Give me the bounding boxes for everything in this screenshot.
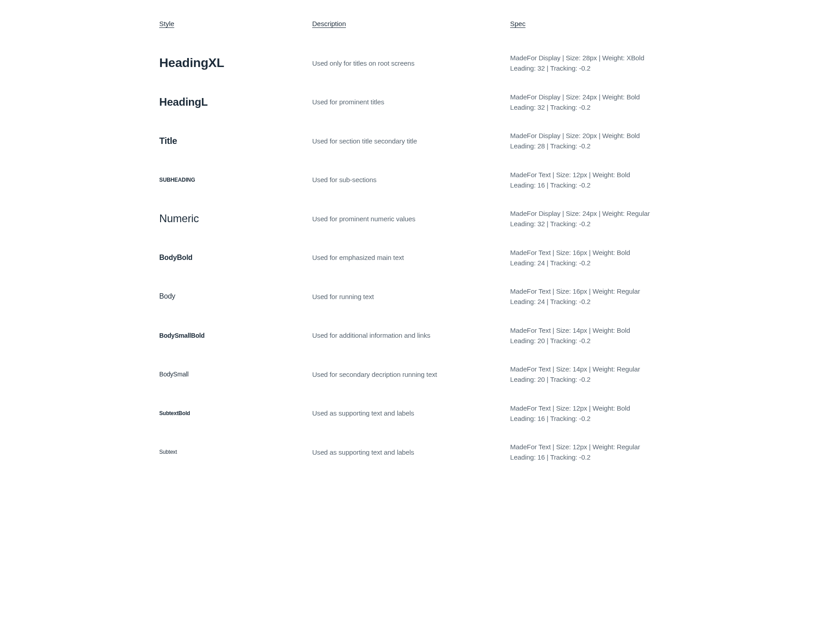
table-row-spec-cell: MadeFor Display | Size: 24px | Weight: R… (510, 199, 666, 238)
spec-line-1: MadeFor Text | Size: 12px | Weight: Bold (510, 170, 666, 180)
spec-line-1: MadeFor Text | Size: 14px | Weight: Bold (510, 325, 666, 335)
table-row-description-cell: Used for emphasized main text (312, 238, 510, 277)
spec-line-1: MadeFor Text | Size: 12px | Weight: Bold (510, 403, 666, 413)
style-sample: Subtext (159, 448, 177, 456)
table-row-style-cell: Subtext (159, 433, 312, 472)
table-row-style-cell: SUBHEADING (159, 161, 312, 200)
style-sample: Title (159, 134, 177, 147)
typography-spec-table: Style Description Spec HeadingXLUsed onl… (138, 0, 687, 499)
spec-line-1: MadeFor Text | Size: 16px | Weight: Bold (510, 247, 666, 258)
style-sample: SUBHEADING (159, 176, 195, 183)
table-row-spec-cell: MadeFor Text | Size: 14px | Weight: Bold… (510, 316, 666, 355)
spec-line-2: Leading: 32 | Tracking: -0.2 (510, 63, 666, 73)
style-sample: HeadingXL (159, 56, 224, 70)
spec-line-2: Leading: 20 | Tracking: -0.2 (510, 374, 666, 385)
table-row-spec-cell: MadeFor Display | Size: 28px | Weight: X… (510, 44, 666, 83)
spec-line-2: Leading: 32 | Tracking: -0.2 (510, 102, 666, 112)
table-row-spec-cell: MadeFor Text | Size: 12px | Weight: Bold… (510, 394, 666, 433)
spec-line-1: MadeFor Display | Size: 24px | Weight: B… (510, 92, 666, 102)
table-row-description-cell: Used as supporting text and labels (312, 394, 510, 433)
table-row-style-cell: BodySmall (159, 355, 312, 394)
col-header-style: Style (159, 20, 312, 44)
table-row-style-cell: HeadingL (159, 83, 312, 122)
spec-line-1: MadeFor Text | Size: 16px | Weight: Regu… (510, 286, 666, 296)
table-row-description-cell: Used for prominent titles (312, 83, 510, 122)
style-sample: BodySmallBold (159, 331, 205, 340)
table-row-spec-cell: MadeFor Text | Size: 14px | Weight: Regu… (510, 355, 666, 394)
table-row-style-cell: BodySmallBold (159, 316, 312, 355)
table-row-description-cell: Used for section title secondary title (312, 121, 510, 161)
table-row-description-cell: Used for sub-sections (312, 161, 510, 200)
spec-line-1: MadeFor Display | Size: 20px | Weight: B… (510, 130, 666, 141)
style-sample: Numeric (159, 211, 199, 226)
table-row-spec-cell: MadeFor Display | Size: 24px | Weight: B… (510, 83, 666, 122)
table-row-style-cell: BodyBold (159, 238, 312, 277)
table-row-description-cell: Used as supporting text and labels (312, 433, 510, 472)
style-sample: SubtextBold (159, 410, 190, 417)
table-row-style-cell: HeadingXL (159, 44, 312, 83)
spec-line-2: Leading: 16 | Tracking: -0.2 (510, 180, 666, 190)
table-row-description-cell: Used only for titles on root screens (312, 44, 510, 83)
table-row-description-cell: Used for additional information and link… (312, 316, 510, 355)
spec-line-2: Leading: 32 | Tracking: -0.2 (510, 219, 666, 229)
spec-table: Style Description Spec HeadingXLUsed onl… (159, 20, 666, 472)
table-row-spec-cell: MadeFor Text | Size: 12px | Weight: Bold… (510, 161, 666, 200)
spec-line-2: Leading: 24 | Tracking: -0.2 (510, 296, 666, 307)
style-sample: BodyBold (159, 252, 193, 263)
style-sample: BodySmall (159, 370, 188, 379)
table-row-description-cell: Used for secondary decription running te… (312, 355, 510, 394)
spec-line-2: Leading: 16 | Tracking: -0.2 (510, 452, 666, 462)
spec-line-1: MadeFor Display | Size: 28px | Weight: X… (510, 53, 666, 63)
spec-line-2: Leading: 16 | Tracking: -0.2 (510, 413, 666, 424)
table-row-description-cell: Used for prominent numeric values (312, 199, 510, 238)
table-row-style-cell: Title (159, 121, 312, 161)
table-row-spec-cell: MadeFor Text | Size: 16px | Weight: Bold… (510, 238, 666, 277)
table-row-style-cell: Body (159, 277, 312, 316)
col-header-description: Description (312, 20, 510, 44)
table-row-spec-cell: MadeFor Text | Size: 16px | Weight: Regu… (510, 277, 666, 316)
spec-line-1: MadeFor Display | Size: 24px | Weight: R… (510, 208, 666, 219)
spec-line-1: MadeFor Text | Size: 14px | Weight: Regu… (510, 364, 666, 374)
table-row-spec-cell: MadeFor Text | Size: 12px | Weight: Regu… (510, 433, 666, 472)
table-row-description-cell: Used for running text (312, 277, 510, 316)
spec-line-2: Leading: 24 | Tracking: -0.2 (510, 258, 666, 268)
table-row-style-cell: SubtextBold (159, 394, 312, 433)
spec-line-2: Leading: 20 | Tracking: -0.2 (510, 335, 666, 346)
table-row-style-cell: Numeric (159, 199, 312, 238)
style-sample: Body (159, 291, 175, 302)
spec-line-2: Leading: 28 | Tracking: -0.2 (510, 141, 666, 151)
style-sample: HeadingL (159, 95, 208, 109)
spec-line-1: MadeFor Text | Size: 12px | Weight: Regu… (510, 442, 666, 452)
col-header-spec: Spec (510, 20, 666, 44)
table-row-spec-cell: MadeFor Display | Size: 20px | Weight: B… (510, 121, 666, 161)
